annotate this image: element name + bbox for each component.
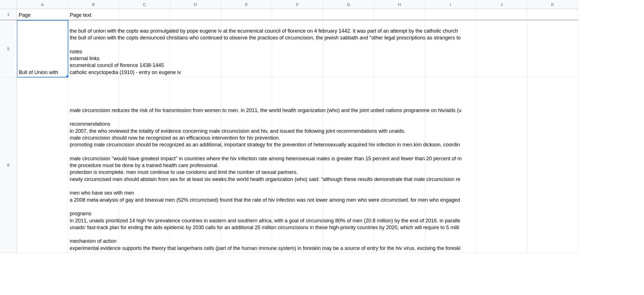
cell-A1[interactable]: Page (17, 9, 68, 20)
row-header-5[interactable]: 5 (0, 20, 17, 77)
cell-text: male circumcision reduces the risk of hi… (70, 107, 637, 252)
cell-K1[interactable] (527, 9, 578, 20)
column-header-d[interactable]: D (170, 0, 221, 9)
cell-B1[interactable]: Page text (68, 9, 119, 20)
column-header-i[interactable]: I (425, 0, 476, 9)
column-header-j[interactable]: J (476, 0, 527, 9)
column-header-g[interactable]: G (323, 0, 374, 9)
cell-text: the bull of union with the copts was pro… (70, 28, 637, 76)
column-header-c[interactable]: C (119, 0, 170, 9)
column-header-b[interactable]: B (68, 0, 119, 9)
column-header-a[interactable]: A (17, 0, 68, 9)
corner-cell[interactable] (0, 0, 17, 9)
cell-A5[interactable]: Bull of Union with (17, 20, 68, 77)
row-header-6[interactable]: 6 (0, 77, 17, 253)
cell-H1[interactable] (374, 9, 425, 20)
cell-B5[interactable]: the bull of union with the copts was pro… (68, 20, 119, 77)
cell-A6[interactable] (17, 77, 68, 253)
cell-F1[interactable] (272, 9, 323, 20)
cell-I1[interactable] (425, 9, 476, 20)
cell-C1[interactable] (119, 9, 170, 20)
cell-D1[interactable] (170, 9, 221, 20)
column-header-f[interactable]: F (272, 0, 323, 9)
spreadsheet-grid[interactable]: ABCDEFGHIJK1PagePage text5Bull of Union … (0, 0, 644, 253)
column-header-h[interactable]: H (374, 0, 425, 9)
cell-E1[interactable] (221, 9, 272, 20)
column-header-e[interactable]: E (221, 0, 272, 9)
cell-B6[interactable]: male circumcision reduces the risk of hi… (68, 77, 119, 253)
column-header-k[interactable]: K (527, 0, 578, 9)
cell-G1[interactable] (323, 9, 374, 20)
cell-J1[interactable] (476, 9, 527, 20)
row-header-1[interactable]: 1 (0, 9, 17, 20)
